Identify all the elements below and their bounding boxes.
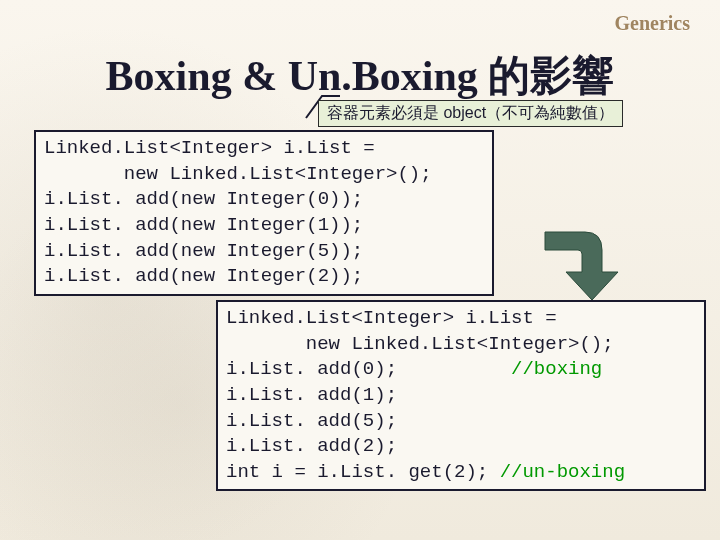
code-line: new Linked.List<Integer>(); bbox=[44, 163, 432, 185]
code-line: i.List. add(new Integer(0)); bbox=[44, 188, 363, 210]
arrow-down-right-icon bbox=[530, 220, 620, 310]
code-block-before: Linked.List<Integer> i.List = new Linked… bbox=[34, 130, 494, 296]
code-line: i.List. add(new Integer(5)); bbox=[44, 240, 363, 262]
code-line: i.List. add(2); bbox=[226, 435, 397, 457]
code-line: i.List. add(new Integer(2)); bbox=[44, 265, 363, 287]
code-comment: //un-boxing bbox=[500, 461, 625, 483]
code-line: Linked.List<Integer> i.List = bbox=[226, 307, 557, 329]
code-line: i.List. add(5); bbox=[226, 410, 397, 432]
slide-title: Boxing & Un.Boxing 的影響 bbox=[0, 48, 720, 104]
callout-note: 容器元素必須是 object（不可為純數值） bbox=[318, 100, 623, 127]
code-block-after: Linked.List<Integer> i.List = new Linked… bbox=[216, 300, 706, 491]
code-line: int i = i.List. get(2); bbox=[226, 461, 500, 483]
code-line: i.List. add(1); bbox=[226, 384, 397, 406]
code-line: i.List. add(0); bbox=[226, 358, 511, 380]
code-comment: //boxing bbox=[511, 358, 602, 380]
code-line: new Linked.List<Integer>(); bbox=[226, 333, 614, 355]
category-label: Generics bbox=[614, 12, 690, 35]
code-line: i.List. add(new Integer(1)); bbox=[44, 214, 363, 236]
code-line: Linked.List<Integer> i.List = bbox=[44, 137, 375, 159]
